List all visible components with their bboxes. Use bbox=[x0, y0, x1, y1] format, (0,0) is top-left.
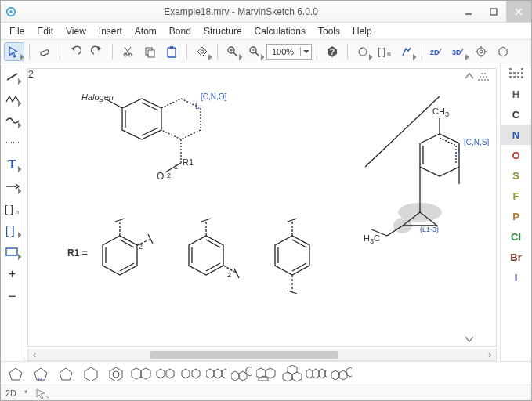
tpl-cyclohexane[interactable] bbox=[81, 365, 101, 382]
atom-c[interactable]: C bbox=[501, 104, 531, 125]
tpl-biphenyl[interactable] bbox=[156, 365, 176, 382]
selection-tool[interactable] bbox=[4, 42, 24, 61]
cut-button[interactable] bbox=[118, 42, 138, 61]
periodic-table-icon[interactable] bbox=[509, 68, 523, 81]
settings-icon[interactable] bbox=[471, 42, 491, 61]
atom-o[interactable]: O bbox=[501, 145, 531, 165]
label-r1-equal: R1 = bbox=[67, 247, 88, 258]
chain-tool[interactable] bbox=[3, 90, 22, 107]
tpl-tricyclic-a[interactable] bbox=[256, 365, 277, 382]
svg-marker-114 bbox=[9, 368, 22, 380]
menu-bond[interactable]: Bond bbox=[164, 24, 197, 38]
tpl-cyclopentane[interactable] bbox=[5, 365, 26, 382]
scroll-left-button[interactable]: ‹ bbox=[28, 349, 41, 360]
tpl-bicyclohexyl[interactable] bbox=[181, 365, 201, 382]
tpl-chrysene[interactable] bbox=[331, 365, 352, 382]
charge-plus-tool[interactable]: + bbox=[3, 266, 22, 283]
scroll-track[interactable] bbox=[41, 349, 483, 360]
radical-tool[interactable] bbox=[353, 42, 373, 61]
tpl-triphenylene[interactable] bbox=[281, 365, 302, 382]
svg-point-50 bbox=[480, 76, 481, 78]
curve-tool[interactable] bbox=[3, 112, 22, 129]
drawing-canvas[interactable]: Halogen [C,N,O] L R1 1 2 O R1 = 2 2 2 bbox=[27, 68, 497, 347]
atom-br[interactable]: Br bbox=[501, 247, 531, 267]
charge-minus-tool[interactable]: − bbox=[3, 287, 22, 305]
menu-structure[interactable]: Structure bbox=[198, 24, 248, 38]
menu-help[interactable]: Help bbox=[347, 24, 378, 38]
tpl-anthracene[interactable] bbox=[206, 365, 226, 382]
erase-tool[interactable] bbox=[34, 42, 55, 61]
help-button[interactable]: ? bbox=[322, 42, 342, 61]
svg-text:[ ]: [ ] bbox=[378, 46, 385, 57]
svg-marker-133 bbox=[246, 367, 252, 376]
benzene-shortcut[interactable] bbox=[493, 42, 513, 61]
svg-marker-117 bbox=[60, 368, 72, 380]
svg-text:[ ]: [ ] bbox=[5, 224, 15, 237]
svg-rect-107 bbox=[513, 72, 516, 74]
menu-view[interactable]: View bbox=[60, 24, 92, 38]
dotted-tool[interactable] bbox=[3, 134, 22, 151]
svg-point-120 bbox=[113, 371, 119, 378]
horizontal-scrollbar: ‹ › bbox=[27, 349, 497, 361]
scroll-down-icon[interactable] bbox=[465, 335, 474, 343]
tpl-benzene[interactable] bbox=[106, 365, 126, 382]
transform-tool[interactable] bbox=[192, 42, 212, 61]
bracket-tool[interactable]: [ ] bbox=[3, 222, 22, 239]
redo-button[interactable] bbox=[87, 42, 107, 61]
atom-h[interactable]: H bbox=[501, 84, 531, 104]
svg-rect-112 bbox=[517, 76, 519, 78]
zoom-out-button[interactable] bbox=[244, 42, 265, 61]
svg-point-47 bbox=[481, 79, 483, 81]
menu-file[interactable]: File bbox=[4, 24, 30, 38]
svg-point-26 bbox=[359, 48, 367, 56]
clean-3d-button[interactable]: 3D bbox=[449, 42, 469, 61]
tpl-phenanthrene[interactable] bbox=[231, 365, 252, 382]
undo-button[interactable] bbox=[65, 42, 85, 61]
menu-atom[interactable]: Atom bbox=[129, 24, 162, 38]
svg-marker-123 bbox=[157, 369, 165, 378]
tpl-pentagon[interactable] bbox=[56, 365, 76, 382]
minimize-button[interactable] bbox=[456, 1, 481, 22]
rgroup-tool[interactable]: [ ]R bbox=[375, 42, 395, 61]
tpl-pyrrolidine[interactable]: N bbox=[31, 365, 51, 382]
label-ch3: CH3 bbox=[432, 107, 449, 118]
menu-tools[interactable]: Tools bbox=[313, 24, 346, 38]
close-button[interactable] bbox=[506, 1, 531, 22]
rectangle-tool[interactable] bbox=[3, 244, 22, 261]
atom-s[interactable]: S bbox=[501, 165, 531, 186]
status-selection-icon[interactable] bbox=[35, 388, 49, 399]
atom-n[interactable]: N bbox=[501, 125, 531, 145]
scroll-right-button[interactable]: › bbox=[483, 349, 496, 360]
svg-marker-144 bbox=[331, 370, 339, 380]
paste-button[interactable] bbox=[161, 42, 182, 61]
atom-cl[interactable]: Cl bbox=[501, 226, 531, 247]
bracket-n-tool[interactable]: [ ]n bbox=[3, 200, 22, 217]
single-bond-tool[interactable] bbox=[3, 68, 22, 85]
atom-p[interactable]: P bbox=[501, 206, 531, 226]
copy-button[interactable] bbox=[139, 42, 160, 61]
arrow-tool[interactable] bbox=[3, 178, 22, 195]
svg-rect-110 bbox=[509, 76, 512, 78]
markush-tool[interactable] bbox=[396, 42, 417, 61]
menu-edit[interactable]: Edit bbox=[31, 24, 59, 38]
svg-rect-3 bbox=[490, 9, 497, 15]
text-tool[interactable]: T bbox=[3, 156, 22, 173]
svg-line-77 bbox=[206, 240, 220, 247]
zoom-in-button[interactable] bbox=[223, 42, 243, 61]
clean-2d-button[interactable]: 2D bbox=[427, 42, 447, 61]
zoom-level[interactable]: 100% bbox=[266, 44, 312, 60]
svg-marker-143 bbox=[325, 369, 327, 378]
scroll-up-icon[interactable] bbox=[465, 72, 474, 80]
maximize-button[interactable] bbox=[481, 1, 506, 22]
menu-insert[interactable]: Insert bbox=[93, 24, 128, 38]
status-mode[interactable]: 2D bbox=[5, 388, 16, 398]
atom-f[interactable]: F bbox=[501, 186, 531, 206]
atom-i[interactable]: I bbox=[501, 267, 531, 287]
scroll-thumb[interactable] bbox=[150, 351, 338, 359]
svg-marker-142 bbox=[319, 369, 325, 378]
tpl-naphthalene[interactable] bbox=[131, 365, 151, 382]
svg-marker-141 bbox=[313, 369, 319, 378]
svg-text:N: N bbox=[38, 377, 42, 381]
menu-calculations[interactable]: Calculations bbox=[249, 24, 311, 38]
tpl-tetracene[interactable] bbox=[306, 365, 327, 382]
